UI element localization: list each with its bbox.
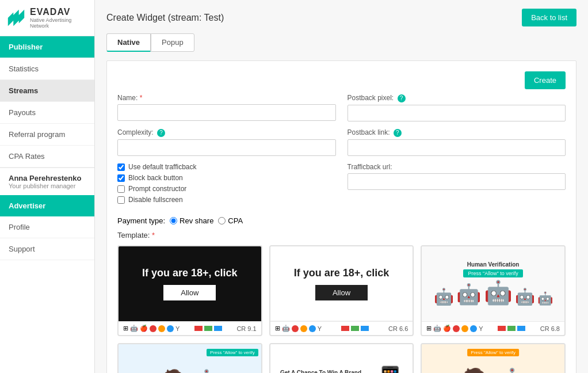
t3-background: Human Verification Press "Allow" to veri… <box>422 246 564 321</box>
yandex-icon: Y <box>175 325 180 332</box>
checkbox-disable-fullscreen-input[interactable] <box>117 196 125 204</box>
revshare-radio-input[interactable] <box>170 217 177 224</box>
checkbox-prompt-constructor[interactable]: Prompt constructor <box>117 185 336 193</box>
template-card-4[interactable]: Press "Allow" to verify 🧑‍💼 🤖 ⊞ 🤖 <box>117 343 262 373</box>
sidebar-nav: Publisher Statistics Streams Payouts Ref… <box>0 36 94 168</box>
sidebar-item-profile[interactable]: Profile <box>0 216 94 238</box>
postback-link-input[interactable] <box>348 139 566 156</box>
postback-link-group: Postback link: ? <box>348 128 566 156</box>
template-card-5[interactable]: Get A Chance To Win A Brand New Iphone X… <box>269 343 414 373</box>
template-footer-2: ⊞ 🤖 Y CR 6.6 <box>270 321 413 335</box>
t4-robot: 🤖 <box>192 368 221 374</box>
person-icon: 🧑‍💼 <box>159 369 188 374</box>
revshare-radio[interactable]: Rev share <box>170 216 213 225</box>
options-checkboxes: Use default trafficback Block back butto… <box>117 163 336 204</box>
trafficback-input[interactable] <box>348 173 566 190</box>
complexity-help-icon[interactable]: ? <box>157 129 165 137</box>
sidebar-item-publisher[interactable]: Publisher <box>0 36 94 58</box>
sidebar-item-cpa-rates[interactable]: CPA Rates <box>0 146 94 168</box>
template-icons-2: ⊞ 🤖 Y <box>275 325 322 332</box>
template-preview-2: If you are 18+, click Allow <box>270 246 413 321</box>
checkbox-disable-fullscreen[interactable]: Disable fullscreen <box>117 196 336 204</box>
user-name: Anna Perehrestenko <box>9 174 86 182</box>
robot-icon-3: 🤖 <box>484 279 513 306</box>
sidebar-item-payouts[interactable]: Payouts <box>0 102 94 124</box>
postback-pixel-label: Postback pixel: ? <box>348 94 566 102</box>
svg-marker-0 <box>8 10 24 26</box>
checkbox-block-back[interactable]: Block back button <box>117 174 336 182</box>
t6-person: 🧑‍💼 <box>458 367 490 374</box>
t6-verify-button: Press "Allow" to verify <box>467 349 519 356</box>
sidebar-item-referral[interactable]: Referral program <box>0 124 94 146</box>
flag-gb <box>361 326 369 331</box>
cr-badge-1: CR 9.1 <box>236 325 256 332</box>
payment-type-label: Payment type: <box>117 216 165 225</box>
name-required: * <box>140 94 143 102</box>
trafficback-label: Trafficback url: <box>348 163 566 171</box>
template-card-6[interactable]: Press "Allow" to verify 🧑‍💼 🤖 VERIFICATI… <box>421 343 566 373</box>
android-icon-3: 🤖 <box>433 325 441 332</box>
chrome-icon-3 <box>453 325 460 332</box>
user-role: Your publisher manager <box>9 182 86 189</box>
checkbox-prompt-constructor-input[interactable] <box>117 185 125 193</box>
main-content: Create Widget (stream: Test) Back to lis… <box>95 0 588 373</box>
create-button[interactable]: Create <box>525 71 566 89</box>
t1-background: If you are 18+, click Allow <box>119 246 261 321</box>
mac-icon: 🍎 <box>140 325 148 332</box>
postback-pixel-help-icon[interactable]: ? <box>398 94 406 102</box>
tab-popup[interactable]: Popup <box>151 33 194 52</box>
postback-link-label: Postback link: ? <box>348 128 566 137</box>
flag-br <box>204 326 212 331</box>
cpa-radio[interactable]: CPA <box>218 216 243 225</box>
sidebar-item-statistics[interactable]: Statistics <box>0 58 94 80</box>
name-input[interactable] <box>117 104 336 121</box>
flag3-3 <box>517 326 525 331</box>
template-preview-1: If you are 18+, click Allow <box>119 246 261 321</box>
checkbox-use-default-input[interactable] <box>117 163 125 171</box>
yandex-icon-3: Y <box>479 325 483 332</box>
checkbox-use-default[interactable]: Use default trafficback <box>117 163 336 171</box>
sidebar: EVADAV Native Advertising Network Publis… <box>0 0 95 373</box>
template-preview-4: Press "Allow" to verify 🧑‍💼 🤖 <box>119 344 261 373</box>
postback-pixel-input[interactable] <box>348 105 566 121</box>
android-icon-2: 🤖 <box>282 325 290 332</box>
sidebar-item-advertiser[interactable]: Advertiser <box>0 195 94 216</box>
opera-icon-2 <box>309 325 316 332</box>
back-to-list-button[interactable]: Back to list <box>522 9 576 26</box>
complexity-label: Complexity: ? <box>117 128 336 137</box>
template-card-2[interactable]: If you are 18+, click Allow ⊞ 🤖 Y <box>269 245 414 336</box>
postback-link-help-icon[interactable]: ? <box>394 129 402 137</box>
flag3-2 <box>507 326 516 331</box>
windows-icon-2: ⊞ <box>275 325 280 332</box>
template-card-3[interactable]: Human Verification Press "Allow" to veri… <box>421 245 566 336</box>
windows-icon-3: ⊞ <box>426 325 432 332</box>
android-icon: 🤖 <box>130 325 138 332</box>
opera-icon-3 <box>470 325 477 332</box>
t6-robot: 🤖 <box>496 367 528 374</box>
t3-header: Human Verification <box>467 261 520 268</box>
widget-tabs: Native Popup <box>106 33 576 52</box>
t6-background: Press "Allow" to verify 🧑‍💼 🤖 VERIFICATI… <box>422 344 564 373</box>
postback-pixel-group: Postback pixel: ? <box>348 94 566 121</box>
form-row-complexity-postbacklink: Complexity: ? 0 Postback link: ? <box>117 128 566 156</box>
cpa-radio-input[interactable] <box>218 217 226 224</box>
cr-badge-2: CR 6.6 <box>388 325 408 332</box>
sidebar-item-streams[interactable]: Streams <box>0 80 94 102</box>
form-row-checkboxes-trafficback: Use default trafficback Block back butto… <box>117 163 566 210</box>
t5-title: Get A Chance To Win A Brand New Iphone X <box>275 370 367 374</box>
complexity-input[interactable]: 0 <box>117 139 336 156</box>
t5-text-area: Get A Chance To Win A Brand New Iphone X… <box>275 370 367 374</box>
tab-native[interactable]: Native <box>106 33 151 52</box>
cr-badge-3: CR 6.8 <box>540 325 560 332</box>
template-card-1[interactable]: If you are 18+, click Allow ⊞ 🤖 🍎 Y <box>117 245 262 336</box>
template-preview-3: Human Verification Press "Allow" to veri… <box>422 246 564 321</box>
widget-form: Create Name: * Postback pixel: ? <box>106 60 576 373</box>
firefox-icon-2 <box>300 325 307 332</box>
flag-row-3 <box>498 326 525 331</box>
flag-th <box>194 326 203 331</box>
checkbox-block-back-input[interactable] <box>117 174 125 182</box>
template-label: Template: * <box>117 231 566 239</box>
template-required: * <box>152 231 155 239</box>
sidebar-item-support[interactable]: Support <box>0 238 94 260</box>
t4-background: Press "Allow" to verify 🧑‍💼 🤖 <box>119 344 261 373</box>
